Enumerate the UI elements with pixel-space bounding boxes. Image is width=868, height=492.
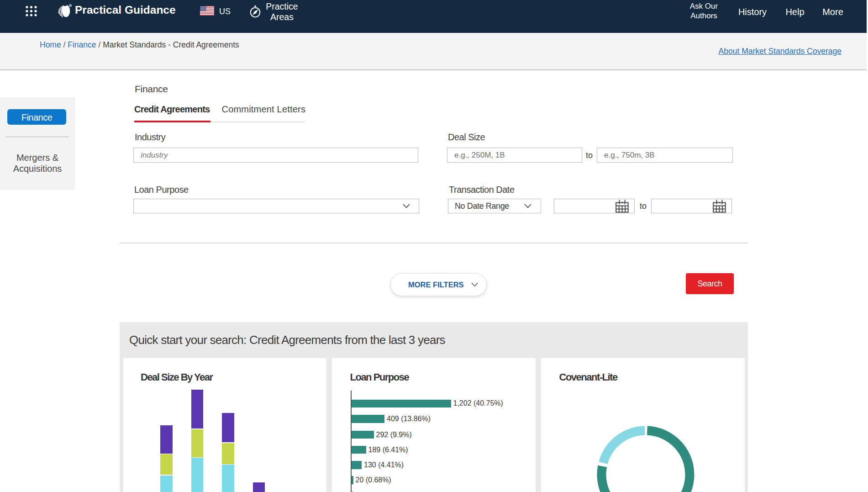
svg-text:R: R bbox=[69, 4, 71, 7]
